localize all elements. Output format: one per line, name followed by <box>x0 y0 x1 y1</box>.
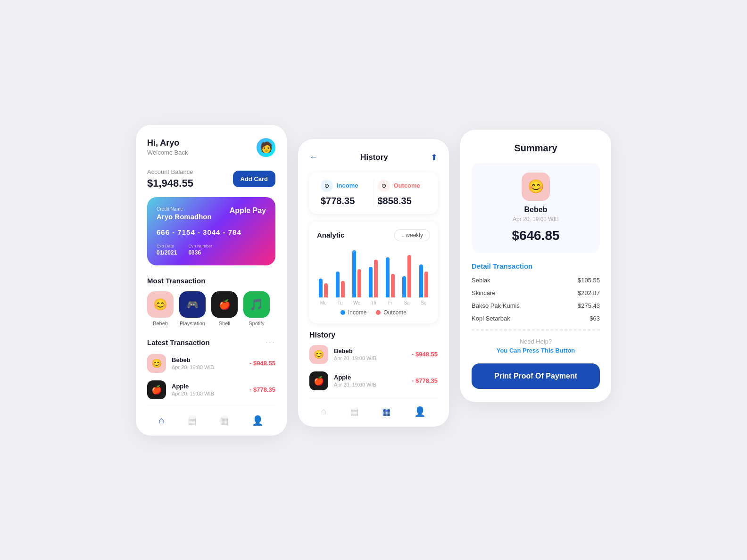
screen-2: ← History ⬆ ⊙ Income $778.35 ⊙ Outcome $… <box>298 139 449 427</box>
nav-card-icon[interactable]: ▤ <box>188 415 197 426</box>
transaction-item-spotify[interactable]: 🎵 Spotify <box>243 291 270 326</box>
nav-home-icon[interactable]: ⌂ <box>159 415 165 426</box>
screen2-bottom-nav: ⌂ ▤ ▦ 👤 <box>309 398 438 427</box>
playstation-icon: 🎮 <box>179 291 206 318</box>
transaction-item-shell[interactable]: 🍎 Shell <box>211 291 238 326</box>
bebeb-icon: 😊 <box>147 291 174 318</box>
bebeb-label: Bebeb <box>153 321 168 326</box>
income-bar <box>402 276 406 297</box>
greeting-block: Hi, Aryo Welcome Back <box>147 138 188 156</box>
screen2-title: History <box>360 153 388 162</box>
chart-day-label: Sa <box>404 300 410 305</box>
outcome-bar <box>424 272 428 297</box>
analytic-header: Analytic ↓ weekly <box>317 229 430 241</box>
print-proof-button[interactable]: Print Proof Of Payment <box>472 363 600 389</box>
history-section-title: History <box>309 331 438 339</box>
most-transaction-grid: 😊 Bebeb 🎮 Playstation 🍎 Shell 🎵 Spotify <box>147 291 275 326</box>
s2-nav-card-icon[interactable]: ▤ <box>350 406 359 417</box>
chart-day-mo: Mo <box>317 246 330 305</box>
screen-1: Hi, Aryo Welcome Back 🧑 Account Balance … <box>136 125 287 436</box>
s2-nav-chart-icon[interactable]: ▦ <box>382 406 391 417</box>
income-bar <box>352 250 356 297</box>
apple-trans-amount: - $778.35 <box>249 386 275 393</box>
chart-bars-fr <box>386 246 395 297</box>
latest-title: Latest Transaction <box>147 338 210 346</box>
divider <box>472 329 600 330</box>
latest-transaction-bebeb[interactable]: 😊 Bebeb Apr 20, 19:00 WIB - $948.55 <box>147 354 275 373</box>
screen-3: Summary 😊 Bebeb Apr 20, 19:00 WIB $646.8… <box>460 130 611 402</box>
chart-bars-su <box>419 246 428 297</box>
back-button[interactable]: ← <box>309 152 318 162</box>
apple-trans-icon: 🍎 <box>147 380 166 399</box>
shell-icon: 🍎 <box>211 291 238 318</box>
chart-bars-sa <box>402 246 411 297</box>
bakso-value: $275.43 <box>578 302 600 309</box>
latest-header: Latest Transaction ··· <box>147 338 275 347</box>
income-block: ⊙ Income $778.35 <box>317 180 374 206</box>
chart-legend: Income Outcome <box>317 309 430 316</box>
shell-label: Shell <box>219 321 230 326</box>
nav-chart-icon[interactable]: ▦ <box>220 415 229 426</box>
chart-bars-we <box>352 246 361 297</box>
card-number: 666 - 7154 - 3044 - 784 <box>157 228 266 236</box>
history-bebeb-info: Bebeb Apr 20, 19:00 WIB <box>334 347 406 361</box>
outcome-label: Outcome <box>394 182 420 189</box>
history-apple[interactable]: 🍎 Apple Apr 20, 19:00 WIB - $778.35 <box>309 371 438 390</box>
analytic-title: Analytic <box>317 231 344 239</box>
income-label: Income <box>337 182 358 189</box>
history-apple-amount: - $778.35 <box>412 377 438 384</box>
chart-day-we: We <box>350 246 363 305</box>
recipient-avatar: 😊 <box>522 173 550 201</box>
share-icon[interactable]: ⬆ <box>431 152 438 163</box>
s2-nav-user-icon[interactable]: 👤 <box>414 406 426 417</box>
skincare-label: Skincare <box>472 289 496 296</box>
income-bar <box>419 264 423 297</box>
chart-day-tu: Tu <box>333 246 346 305</box>
help-link[interactable]: You Can Press This Button <box>472 347 600 354</box>
income-legend-dot <box>340 310 345 315</box>
balance-block: Account Balance $1,948.55 <box>147 168 193 189</box>
transaction-item-bebeb[interactable]: 😊 Bebeb <box>147 291 174 326</box>
outcome-legend-label: Outcome <box>383 309 407 316</box>
avatar[interactable]: 🧑 <box>257 138 275 157</box>
kopi-value: $63 <box>589 315 600 322</box>
chart-day-label: Th <box>371 300 376 305</box>
bakso-label: Bakso Pak Kumis <box>472 302 520 309</box>
weekly-button[interactable]: ↓ weekly <box>394 229 430 241</box>
card-meta: Exp Date 01/2021 Cvn Number 0336 <box>157 244 266 256</box>
screen1-bottom-nav: ⌂ ▤ ▦ 👤 <box>147 407 275 436</box>
outcome-bar <box>407 255 411 297</box>
seblak-value: $105.55 <box>578 277 600 284</box>
spotify-icon: 🎵 <box>243 291 270 318</box>
outcome-bar <box>391 274 395 297</box>
income-bar <box>369 267 373 297</box>
s2-nav-home-icon[interactable]: ⌂ <box>321 406 327 417</box>
more-options-icon[interactable]: ··· <box>266 338 275 347</box>
credit-card: Credit Name Aryo Romadhon Apple Pay 666 … <box>147 197 275 265</box>
recipient-date: Apr 20, 19:00 WIB <box>513 216 559 222</box>
chart-day-label: Tu <box>337 300 342 305</box>
card-cvn: Cvn Number 0336 <box>188 244 212 256</box>
greeting-name: Hi, Aryo <box>147 138 188 148</box>
chart-day-label: Mo <box>320 300 327 305</box>
apple-pay-logo: Apple Pay <box>230 206 266 215</box>
chart-bars-mo <box>319 246 328 297</box>
nav-user-icon[interactable]: 👤 <box>252 415 264 426</box>
spotify-label: Spotify <box>249 321 265 326</box>
summary-title: Summary <box>472 143 600 154</box>
chart-day-label: Su <box>421 300 426 305</box>
outcome-circle-icon: ⊙ <box>378 180 390 192</box>
transaction-item-playstation[interactable]: 🎮 Playstation <box>179 291 206 326</box>
seblak-label: Seblak <box>472 277 490 284</box>
latest-transaction-apple[interactable]: 🍎 Apple Apr 20, 19:00 WIB - $778.35 <box>147 380 275 399</box>
history-apple-icon: 🍎 <box>309 371 328 390</box>
balance-amount: $1,948.55 <box>147 177 193 189</box>
chart-bars-th <box>369 246 378 297</box>
income-bar <box>386 257 390 297</box>
chart-bars-tu <box>336 246 345 297</box>
bar-chart: MoTuWeThFrSaSu <box>317 249 430 305</box>
history-bebeb-icon: 😊 <box>309 345 328 364</box>
add-card-button[interactable]: Add Card <box>233 171 276 187</box>
history-bebeb[interactable]: 😊 Bebeb Apr 20, 19:00 WIB - $948.55 <box>309 345 438 364</box>
outcome-block: ⊙ Outcome $858.35 <box>374 180 431 206</box>
